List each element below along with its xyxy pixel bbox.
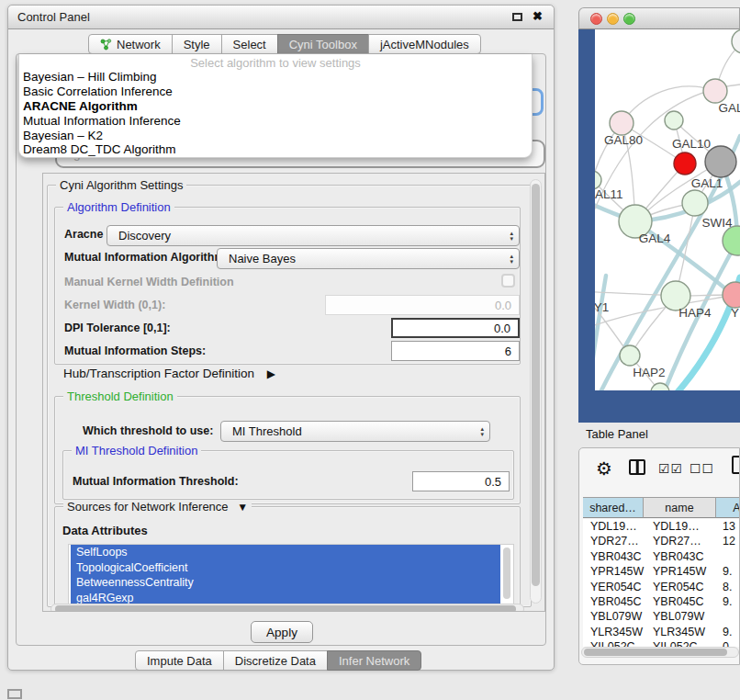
network-node-gal80[interactable] <box>610 111 633 135</box>
mi-threshold-group: MI Threshold Definition Mutual Informati… <box>62 450 514 500</box>
table-row[interactable]: YPR145WYPR145W9. <box>583 564 740 579</box>
close-traffic-light-icon[interactable] <box>590 13 602 25</box>
which-threshold-value: MI Threshold <box>232 424 302 438</box>
data-attributes-list[interactable]: SelfLoopsTopologicalCoefficientBetweenne… <box>68 544 514 604</box>
collapsed-panel-icon[interactable] <box>7 689 22 699</box>
tab-label: Network <box>117 38 161 51</box>
algorithm-definition-group: Algorithm Definition Aracne Mode: Discov… <box>54 207 521 365</box>
sources-title-text: Sources for Network Inference <box>67 500 229 514</box>
control-panel-window: Control Panel ✖ Network Style Select <box>7 5 555 671</box>
aracne-mode-combo[interactable]: Discovery ▴▾ <box>107 225 520 246</box>
kernel-width-field[interactable]: 0.0 <box>325 295 520 315</box>
attribute-item[interactable]: gal4RGexp <box>71 591 500 605</box>
column-header-shared-name[interactable]: shared… <box>583 497 644 518</box>
apply-button[interactable]: Apply <box>251 621 313 643</box>
gear-icon[interactable]: ⚙ <box>596 457 612 480</box>
column-header-partial[interactable]: A <box>716 497 740 518</box>
table-cell: YBR043C <box>590 549 644 564</box>
network-node[interactable] <box>732 29 740 53</box>
network-node[interactable] <box>705 146 736 177</box>
combo-arrows-icon: ▴▾ <box>510 231 513 242</box>
table-row[interactable]: YLR345WYLR345W9. <box>583 625 740 639</box>
tab-network[interactable]: Network <box>88 34 173 54</box>
table-row[interactable]: YBR043CYBR043C <box>583 549 740 564</box>
bottom-tabbar: Impute Data Discretize Data Infer Networ… <box>135 650 421 671</box>
sources-group: Sources for Network Inference ▼ Data Att… <box>54 506 521 612</box>
float-window-icon[interactable] <box>512 13 522 21</box>
network-node-hap2[interactable] <box>620 345 640 366</box>
window-title: Control Panel <box>17 6 90 28</box>
mi-steps-label: Mutual Information Steps: <box>64 344 206 357</box>
table-cell <box>723 549 740 564</box>
mi-type-combo[interactable]: Naive Bayes ▴▾ <box>217 248 520 269</box>
minimize-traffic-light-icon[interactable] <box>607 13 619 25</box>
collapse-down-icon[interactable]: ▼ <box>237 501 248 514</box>
table-row[interactable]: YBR045CYBR045C9. <box>583 594 740 609</box>
columns-icon[interactable] <box>629 459 645 475</box>
attribute-item[interactable]: BetweennessCentrality <box>71 575 500 591</box>
network-node-gal[interactable] <box>703 79 727 103</box>
control-panel-titlebar[interactable]: Control Panel ✖ <box>8 6 554 29</box>
table-body: YDL19…YDL19…13YDR27…YDR27…12YBR043CYBR04… <box>583 519 740 647</box>
sources-title: Sources for Network Inference ▼ <box>63 500 252 514</box>
algorithm-item[interactable]: Mutual Information Inference <box>23 114 528 129</box>
table-cell: 9. <box>723 625 740 639</box>
zoom-traffic-light-icon[interactable] <box>623 13 635 25</box>
attribute-item[interactable]: TopologicalCoefficient <box>71 560 500 576</box>
tab-impute-data[interactable]: Impute Data <box>135 650 224 671</box>
collapse-right-icon[interactable]: ▶ <box>267 367 275 380</box>
attribute-list-scrollbar[interactable] <box>502 547 511 603</box>
mi-threshold-field[interactable]: 0.5 <box>412 471 510 491</box>
table-cell: 13 <box>723 519 740 534</box>
table-row[interactable]: YDL19…YDL19…13 <box>583 519 740 534</box>
network-graph: GALGAL80GAL10GAL1GAL11GAL4SWI4GCY1HAP4YH… <box>595 29 740 390</box>
network-node-gal10[interactable] <box>665 111 683 130</box>
tab-select[interactable]: Select <box>221 34 278 54</box>
hub-definition-section[interactable]: Hub/Transcription Factor Definition ▶ <box>63 367 275 380</box>
close-icon[interactable]: ✖ <box>533 9 543 23</box>
tab-infer-network[interactable]: Infer Network <box>327 650 421 671</box>
dpi-tolerance-field[interactable]: 0.0 <box>391 318 520 338</box>
network-node-gal11[interactable] <box>595 171 601 189</box>
node-label: GAL10 <box>672 137 711 151</box>
algorithm-item[interactable]: Bayesian – K2 <box>23 129 528 143</box>
settings-vertical-scrollbar[interactable] <box>530 179 542 604</box>
tab-jactivemnodules[interactable]: jActiveMNodules <box>368 34 481 54</box>
table-cell: YPR145W <box>653 564 717 579</box>
control-panel-tabbar: Network Style Select Cyni Toolbox jActiv… <box>88 34 481 54</box>
table-cell: YIL052C <box>590 639 644 647</box>
table-row[interactable]: YBL079WYBL079W <box>583 609 740 624</box>
network-node[interactable] <box>674 152 696 175</box>
table-row[interactable]: YIL052CYIL052C0. <box>583 639 740 647</box>
table-cell: YBR045C <box>653 594 717 609</box>
table-horizontal-scrollbar[interactable] <box>581 647 739 658</box>
manual-kernel-checkbox[interactable] <box>501 274 515 288</box>
table-cell: YLR345W <box>653 625 717 639</box>
algorithm-items: Bayesian – Hill ClimbingBasic Correlatio… <box>23 70 528 157</box>
network-window-titlebar[interactable] <box>578 7 740 29</box>
export-table-icon[interactable] <box>732 456 740 474</box>
dpi-tolerance-label: DPI Tolerance [0,1]: <box>64 322 171 334</box>
node-label: SWI4 <box>701 216 732 230</box>
tab-style[interactable]: Style <box>172 34 222 54</box>
which-threshold-combo[interactable]: MI Threshold ▴▾ <box>220 421 490 442</box>
table-row[interactable]: YER054CYER054C8. <box>583 580 740 594</box>
attribute-item[interactable]: SelfLoops <box>71 545 500 560</box>
algorithm-item[interactable]: Dream8 DC_TDC Algorithm <box>23 142 528 157</box>
network-node-gal1[interactable] <box>682 190 708 216</box>
settings-horizontal-scrollbar[interactable] <box>50 604 524 612</box>
node-label: GCY1 <box>595 300 609 314</box>
select-all-checkboxes-icon[interactable]: ☑☑ <box>658 461 683 476</box>
network-canvas[interactable]: GALGAL80GAL10GAL1GAL11GAL4SWI4GCY1HAP4YH… <box>595 29 740 390</box>
column-header-name[interactable]: name <box>644 497 716 518</box>
mi-steps-field[interactable]: 6 <box>391 341 520 361</box>
table-row[interactable]: YDR27…YDR27…12 <box>583 534 740 548</box>
tab-cyni-toolbox[interactable]: Cyni Toolbox <box>277 34 369 54</box>
deselect-all-checkboxes-icon[interactable]: ☐☐ <box>690 461 714 476</box>
algorithm-item[interactable]: ARACNE Algorithm <box>23 99 528 114</box>
tab-discretize-data[interactable]: Discretize Data <box>223 650 328 671</box>
network-node-swi4[interactable] <box>723 226 740 255</box>
algorithm-item[interactable]: Basic Correlation Inference <box>23 85 528 99</box>
kernel-width-label: Kernel Width (0,1): <box>64 299 165 311</box>
algorithm-item[interactable]: Bayesian – Hill Climbing <box>23 70 528 85</box>
